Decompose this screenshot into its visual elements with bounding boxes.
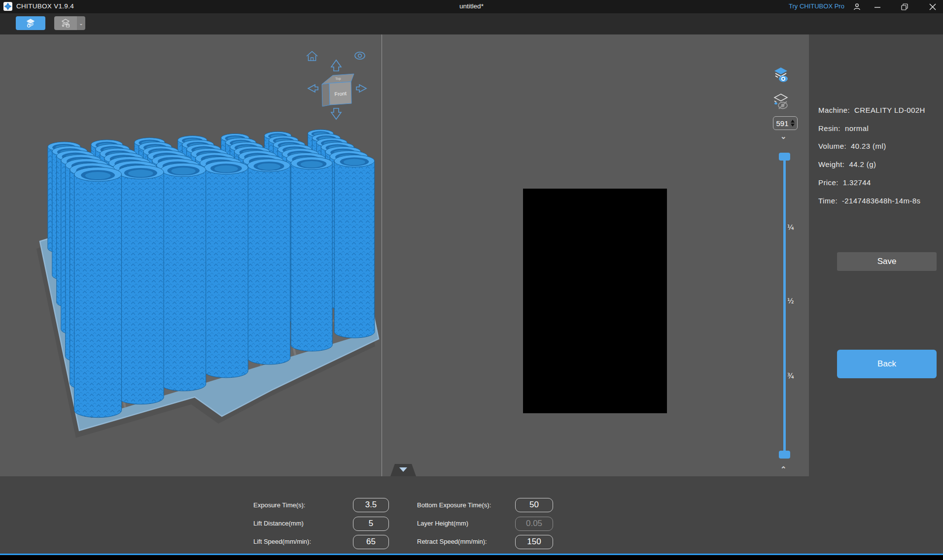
fraction-three-quarter: ¾ <box>787 372 799 380</box>
rotate-left-arrow[interactable] <box>308 85 318 92</box>
close-button[interactable] <box>928 2 938 11</box>
machine-row: Machine:CREALITY LD-002H <box>818 106 925 117</box>
home-view-icon[interactable] <box>307 52 317 61</box>
price-row: Price:1.32744 <box>818 178 871 189</box>
lift-speed-label: Lift Speed(mm/min): <box>253 538 311 546</box>
weight-row: Weight:44.2 (g) <box>818 160 876 171</box>
try-pro-link[interactable]: Try CHITUBOX Pro <box>789 2 847 10</box>
lift-distance-label: Lift Distance(mm) <box>253 520 304 527</box>
layer-height-input: 0.05 <box>515 517 553 531</box>
delete-slice-dropdown[interactable]: ⌄ <box>77 16 85 30</box>
layer-number-value: 591 <box>776 119 788 128</box>
rotate-up-arrow[interactable] <box>331 60 341 71</box>
print-settings-panel: Exposure Time(s): 3.5 Bottom Exposure Ti… <box>0 476 943 560</box>
layer-range-bottom-handle[interactable] <box>779 451 790 459</box>
exposure-time-input[interactable]: 3.5 <box>353 498 389 512</box>
show-layers-icon[interactable] <box>772 66 790 84</box>
layer-range-track[interactable] <box>783 158 786 454</box>
lift-distance-input[interactable]: 5 <box>353 517 389 531</box>
maximize-button[interactable] <box>900 2 909 11</box>
print-info-panel: Machine:CREALITY LD-002H Resin:normal Vo… <box>809 34 943 476</box>
time-row: Time:-2147483648h-14m-8s <box>818 197 920 207</box>
layer-spin-down[interactable] <box>791 124 795 127</box>
build-plate-and-model <box>36 130 379 438</box>
account-icon[interactable] <box>852 2 862 11</box>
lift-speed-input[interactable]: 65 <box>353 535 389 549</box>
hide-layers-icon[interactable] <box>772 93 790 110</box>
bottom-panel-toggle-tab[interactable] <box>390 464 416 476</box>
bottom-black-strip <box>0 555 943 560</box>
retract-speed-label: Retract Speed(mm/min): <box>417 538 487 546</box>
layer-height-label: Layer Height(mm) <box>417 520 468 527</box>
bottom-exposure-time-label: Bottom Exposure Time(s): <box>417 501 491 509</box>
collapse-triangle-icon <box>399 467 407 472</box>
layers-icon <box>26 18 35 28</box>
rotate-down-arrow[interactable] <box>331 108 341 119</box>
title-bar: CHITUBOX V1.9.4 untitled* Try CHITUBOX P… <box>0 0 943 13</box>
slice-preview-viewport: 591 ⌄ ¼ ½ ¾ ⌃ <box>382 34 809 476</box>
layer-step-up-chevron[interactable]: ⌃ <box>780 467 787 472</box>
minimize-button[interactable] <box>873 2 882 11</box>
save-button[interactable]: Save <box>837 252 937 271</box>
slice-layer-image <box>523 189 667 413</box>
delete-slice-button[interactable] <box>54 16 77 30</box>
fraction-half: ½ <box>787 297 799 305</box>
slice-view-button[interactable] <box>16 16 45 30</box>
toolbar: ⌄ <box>0 13 943 34</box>
bottom-exposure-time-input[interactable]: 50 <box>515 498 553 512</box>
fraction-quarter: ¼ <box>787 223 799 231</box>
exposure-time-label: Exposure Time(s): <box>253 501 305 509</box>
volume-row: Volume:40.23 (ml) <box>818 142 886 153</box>
layer-range-top-handle[interactable] <box>779 153 790 161</box>
retract-speed-input[interactable]: 150 <box>515 535 553 549</box>
layer-spin-up[interactable] <box>791 120 795 123</box>
view-cube-front-label: Front <box>334 90 347 97</box>
view-cube[interactable]: Top Front <box>322 74 354 106</box>
3d-viewport[interactable]: Top Front <box>0 34 382 476</box>
perspective-eye-icon[interactable] <box>355 52 365 60</box>
layers-delete-icon <box>61 18 70 28</box>
resin-row: Resin:normal <box>818 124 869 135</box>
layer-step-down-chevron[interactable]: ⌄ <box>780 134 787 139</box>
back-button[interactable]: Back <box>837 350 937 378</box>
rotate-right-arrow[interactable] <box>356 85 366 92</box>
layer-number-spinbox[interactable]: 591 <box>773 116 798 130</box>
